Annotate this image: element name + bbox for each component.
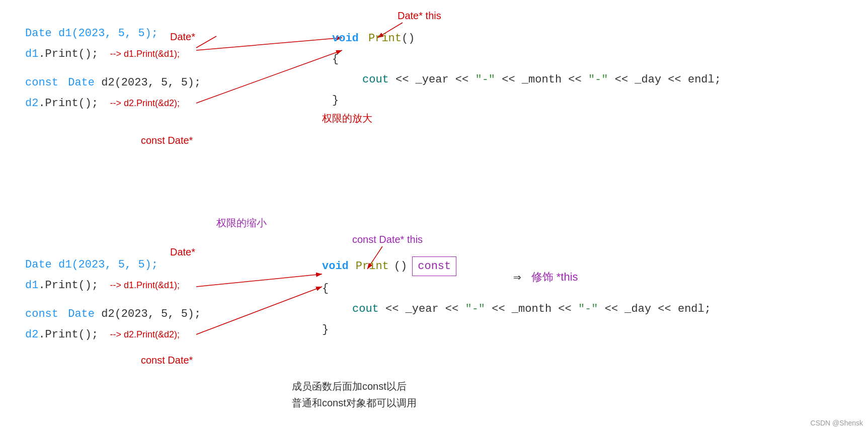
top-brace-close: } [332, 92, 721, 109]
bottom-d1-annotation: --> d1.Print(&d1); [110, 280, 180, 290]
bottom-quanxian-suoxiao: 权限的缩小 [216, 216, 267, 230]
top-line4: const Date d2(2023, 5, 5); [25, 74, 201, 91]
top-line5: d2.Print(); --> d2.Print(&d2); [25, 95, 201, 112]
bottom-left-code: Date d1(2023, 5, 5); d1.Print(); --> d1.… [25, 256, 201, 343]
bottom-line4: const Date d2(2023, 5, 5); [25, 306, 201, 322]
bottom-code-body: cout << _year << "-" << _month << "-" <<… [352, 301, 711, 317]
bottom-note: 成员函数后面加const以后 普通和const对象都可以调用 [292, 380, 417, 410]
bottom-d2-annotation: --> d2.Print(&d2); [110, 329, 180, 339]
top-void-print: void Print() [332, 30, 721, 47]
top-date-star-this: Date* this [398, 10, 441, 22]
bottom-note-line2: 普通和const对象都可以调用 [292, 396, 417, 410]
top-date-star-left: Date* [170, 31, 195, 43]
bottom-line1: Date d1(2023, 5, 5); [25, 256, 201, 273]
bottom-line5: d2.Print(); --> d2.Print(&d2); [25, 326, 201, 343]
bottom-brace-close: } [322, 321, 711, 338]
bottom-line2: d1.Print(); --> d1.Print(&d1); [25, 277, 201, 294]
watermark: CSDN @Shensk [811, 419, 863, 427]
const-box: const [412, 256, 456, 276]
double-arrow-icon: ⇒ [513, 269, 521, 285]
bottom-note-line1: 成员函数后面加const以后 [292, 380, 417, 393]
page-container: Date d1(2023, 5, 5); d1.Print(); --> d1.… [0, 0, 868, 432]
top-line2: d1.Print(); --> d1.Print(&d1); [25, 46, 201, 62]
svg-line-1 [196, 38, 342, 50]
bottom-const-arrow-group: ⇒ 修饰 *this [513, 269, 578, 285]
svg-line-6 [196, 287, 322, 334]
top-quanxian-fangda: 权限的放大 [322, 112, 372, 125]
svg-line-5 [196, 274, 322, 287]
top-code-body: cout << _year << "-" << _month << "-" <<… [362, 71, 721, 88]
top-brace-open: { [332, 51, 721, 67]
top-right-code: void Print() { cout << _year << "-" << _… [332, 30, 721, 109]
svg-line-3 [196, 50, 342, 103]
bottom-const-date-star-ptr: const Date* this [352, 234, 423, 245]
top-d1-annotation: --> d1.Print(&d1); [110, 49, 180, 59]
bottom-const-date-star: const Date* [141, 355, 193, 366]
top-d2-annotation: --> d2.Print(&d2); [110, 98, 180, 108]
top-const-date-star: const Date* [141, 135, 193, 146]
bottom-xiuyin-this: 修饰 *this [531, 270, 578, 285]
